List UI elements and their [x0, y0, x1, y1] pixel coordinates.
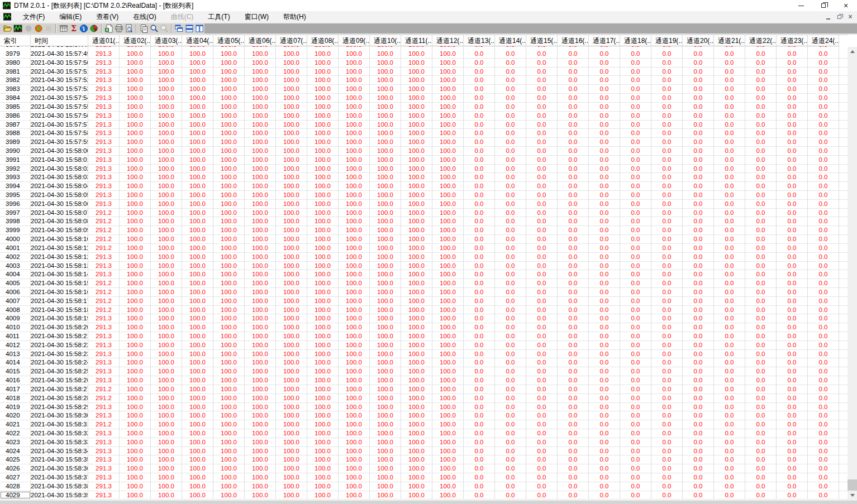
- table-cell[interactable]: 100.0: [401, 464, 432, 473]
- table-cell[interactable]: 0.0: [620, 491, 651, 500]
- table-cell[interactable]: 0.0: [558, 279, 589, 287]
- table-cell[interactable]: 100.0: [401, 200, 432, 208]
- table-cell[interactable]: 291.3: [88, 173, 120, 181]
- table-cell[interactable]: 0.0: [526, 358, 558, 367]
- table-cell[interactable]: 291.2: [88, 288, 120, 296]
- table-cell[interactable]: 100.0: [276, 429, 307, 438]
- minimize-button[interactable]: [790, 0, 812, 11]
- table-cell[interactable]: 100.0: [120, 94, 151, 102]
- table-cell[interactable]: 0.0: [777, 200, 808, 208]
- table-cell[interactable]: 100.0: [120, 411, 151, 420]
- table-cell[interactable]: 0.0: [777, 59, 808, 67]
- table-cell[interactable]: 100.0: [120, 464, 151, 473]
- table-cell[interactable]: 100.0: [182, 235, 213, 243]
- table-cell[interactable]: 100.0: [120, 297, 151, 305]
- table-cell[interactable]: 0.0: [526, 147, 558, 155]
- table-cell[interactable]: 0.0: [589, 46, 620, 50]
- table-cell[interactable]: 100.0: [120, 121, 151, 129]
- table-cell[interactable]: 100.0: [213, 358, 245, 367]
- scroll-up-button[interactable]: [848, 47, 857, 56]
- table-cell[interactable]: 100.0: [151, 358, 182, 367]
- table-cell[interactable]: 100.0: [245, 297, 276, 305]
- table-cell[interactable]: 2021-04-30 15:58:14: [31, 270, 88, 279]
- table-cell[interactable]: 291.2: [88, 394, 120, 402]
- table-cell[interactable]: 100.0: [120, 323, 151, 332]
- table-cell[interactable]: 0.0: [589, 464, 620, 473]
- table-row[interactable]: 40072021-04-30 15:58:17291.2100.0100.010…: [0, 297, 857, 306]
- table-cell[interactable]: 291.3: [88, 59, 120, 67]
- table-cell[interactable]: 0.0: [620, 182, 651, 190]
- table-cell[interactable]: 0.0: [464, 50, 495, 58]
- table-cell[interactable]: 0.0: [745, 455, 777, 464]
- table-cell[interactable]: 0.0: [651, 262, 683, 270]
- table-cell[interactable]: 0.0: [808, 217, 839, 225]
- table-cell[interactable]: 0.0: [808, 200, 839, 208]
- table-cell[interactable]: 100.0: [339, 385, 370, 393]
- table-cell[interactable]: 0.0: [714, 103, 745, 111]
- table-cell[interactable]: 100.0: [182, 112, 213, 120]
- table-cell[interactable]: 3996: [0, 200, 31, 208]
- table-cell[interactable]: 100.0: [151, 200, 182, 208]
- table-cell[interactable]: 0.0: [558, 403, 589, 411]
- table-cell[interactable]: 2021-04-30 15:58:10: [31, 235, 88, 243]
- table-cell[interactable]: 100.0: [370, 138, 401, 146]
- table-cell[interactable]: 100.0: [213, 455, 245, 464]
- table-cell[interactable]: 100.0: [120, 191, 151, 199]
- table-cell[interactable]: 100.0: [120, 46, 151, 50]
- table-cell[interactable]: 100.0: [151, 59, 182, 67]
- table-cell[interactable]: 100.0: [370, 279, 401, 287]
- table-cell[interactable]: 100.0: [182, 367, 213, 376]
- table-cell[interactable]: 100.0: [432, 46, 464, 50]
- table-cell[interactable]: 100.0: [182, 103, 213, 111]
- table-cell[interactable]: 0.0: [777, 173, 808, 181]
- table-cell[interactable]: 100.0: [245, 394, 276, 402]
- table-cell[interactable]: 0.0: [589, 279, 620, 287]
- table-cell[interactable]: 100.0: [307, 464, 339, 473]
- table-cell[interactable]: 100.0: [213, 209, 245, 217]
- table-cell[interactable]: 100.0: [401, 147, 432, 155]
- table-cell[interactable]: 0.0: [620, 226, 651, 234]
- table-cell[interactable]: 100.0: [213, 112, 245, 120]
- table-cell[interactable]: 0.0: [495, 306, 526, 314]
- table-cell[interactable]: 2021-04-30 15:58:02: [31, 165, 88, 173]
- table-cell[interactable]: 0.0: [745, 147, 777, 155]
- table-cell[interactable]: 100.0: [370, 473, 401, 482]
- table-cell[interactable]: 0.0: [526, 182, 558, 190]
- table-cell[interactable]: 100.0: [276, 76, 307, 84]
- table-cell[interactable]: 0.0: [714, 129, 745, 137]
- table-cell[interactable]: 100.0: [370, 455, 401, 464]
- table-cell[interactable]: 0.0: [558, 367, 589, 376]
- table-cell[interactable]: 0.0: [495, 209, 526, 217]
- table-cell[interactable]: 0.0: [651, 420, 683, 429]
- table-cell[interactable]: 100.0: [307, 341, 339, 349]
- table-cell[interactable]: 100.0: [401, 394, 432, 402]
- table-cell[interactable]: 4012: [0, 341, 31, 349]
- table-cell[interactable]: 291.3: [88, 491, 120, 500]
- table-cell[interactable]: 0.0: [558, 103, 589, 111]
- table-cell[interactable]: 100.0: [339, 279, 370, 287]
- table-cell[interactable]: 0.0: [495, 68, 526, 76]
- table-cell[interactable]: 0.0: [620, 350, 651, 358]
- table-cell[interactable]: 100.0: [245, 200, 276, 208]
- table-cell[interactable]: 0.0: [495, 85, 526, 93]
- table-cell[interactable]: 0.0: [464, 182, 495, 190]
- table-cell[interactable]: 100.0: [213, 129, 245, 137]
- table-cell[interactable]: 0.0: [464, 200, 495, 208]
- table-cell[interactable]: 100.0: [401, 103, 432, 111]
- table-cell[interactable]: 0.0: [558, 94, 589, 102]
- table-cell[interactable]: 291.3: [88, 50, 120, 58]
- table-cell[interactable]: 100.0: [370, 182, 401, 190]
- table-cell[interactable]: 100.0: [370, 270, 401, 279]
- table-cell[interactable]: 100.0: [401, 226, 432, 234]
- table-cell[interactable]: 0.0: [777, 147, 808, 155]
- table-cell[interactable]: 100.0: [432, 341, 464, 349]
- table-cell[interactable]: 0.0: [683, 103, 714, 111]
- table-cell[interactable]: 0.0: [495, 385, 526, 393]
- table-cell[interactable]: 0.0: [558, 68, 589, 76]
- table-cell[interactable]: 100.0: [339, 394, 370, 402]
- table-cell[interactable]: 0.0: [745, 270, 777, 279]
- table-cell[interactable]: 0.0: [464, 85, 495, 93]
- table-cell[interactable]: 0.0: [808, 473, 839, 482]
- table-cell[interactable]: 100.0: [307, 288, 339, 296]
- table-cell[interactable]: 0.0: [714, 447, 745, 455]
